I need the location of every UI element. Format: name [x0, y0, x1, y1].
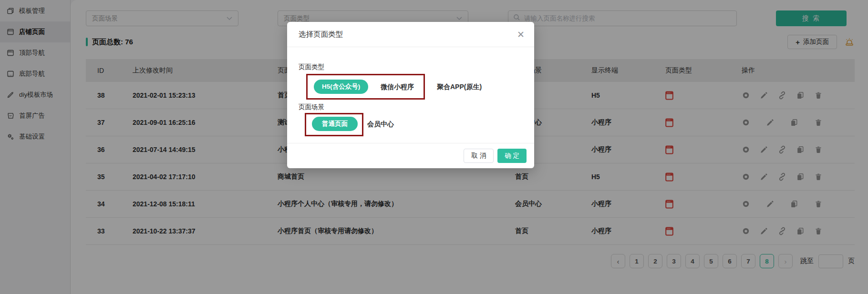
modal-body: 页面类型 H5(含公众号) 微信小程序 聚合APP(原生) 页面场景 普通页面 … [287, 47, 534, 143]
page-type-modal: 选择页面类型 ✕ 页面类型 H5(含公众号) 微信小程序 聚合APP(原生) 页… [287, 22, 534, 168]
modal-title: 选择页面类型 [299, 30, 343, 40]
cancel-button[interactable]: 取 消 [464, 149, 494, 163]
option-wechat-miniprogram[interactable]: 微信小程序 [381, 80, 414, 94]
option-normal-page-pill[interactable]: 普通页面 [312, 117, 358, 131]
modal-header: 选择页面类型 ✕ [287, 22, 534, 47]
confirm-button[interactable]: 确 定 [497, 149, 527, 163]
modal-footer: 取 消 确 定 [287, 143, 534, 168]
option-native-app[interactable]: 聚合APP(原生) [437, 80, 482, 94]
page-scene-section-label: 页面场景 [299, 103, 324, 112]
option-h5-pill[interactable]: H5(含公众号) [314, 80, 368, 94]
page-type-section-label: 页面类型 [299, 63, 324, 71]
close-icon[interactable]: ✕ [517, 30, 525, 39]
option-member-center[interactable]: 会员中心 [367, 117, 394, 131]
